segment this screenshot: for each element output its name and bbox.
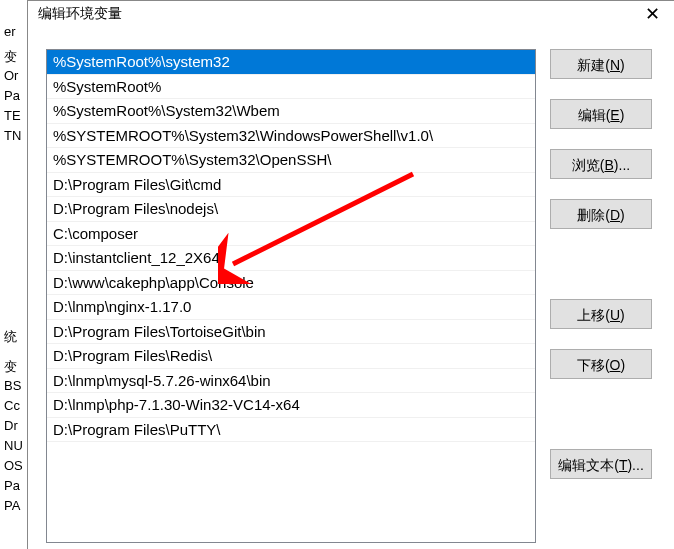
edit-button[interactable]: 编辑(E): [550, 99, 652, 129]
list-item[interactable]: D:\lnmp\mysql-5.7.26-winx64\bin: [47, 369, 535, 394]
list-item[interactable]: D:\lnmp\php-7.1.30-Win32-VC14-x64: [47, 393, 535, 418]
list-item[interactable]: C:\composer: [47, 222, 535, 247]
delete-button[interactable]: 删除(D): [550, 199, 652, 229]
list-item[interactable]: D:\lnmp\nginx-1.17.0: [47, 295, 535, 320]
close-icon[interactable]: ✕: [639, 5, 666, 23]
list-item[interactable]: D:\Program Files\Git\cmd: [47, 173, 535, 198]
list-item[interactable]: %SystemRoot%: [47, 75, 535, 100]
dialog-title: 编辑环境变量: [38, 5, 122, 23]
button-column: 新建(N) 编辑(E) 浏览(B)... 删除(D) 上移(U) 下移(O) 编…: [550, 49, 652, 543]
list-item[interactable]: D:\instantclient_12_2X64: [47, 246, 535, 271]
bg-label: BS: [4, 378, 21, 393]
bg-label: TN: [4, 128, 21, 143]
list-item[interactable]: D:\www\cakephp\app\Console: [47, 271, 535, 296]
bg-label: TE: [4, 108, 21, 123]
new-button[interactable]: 新建(N): [550, 49, 652, 79]
background-window-edge: er变OrPaTETN统变BSCcDrNUOSPaPA: [0, 0, 28, 549]
path-listbox[interactable]: %SystemRoot%\system32%SystemRoot%%System…: [46, 49, 536, 543]
move-down-button[interactable]: 下移(O): [550, 349, 652, 379]
titlebar: 编辑环境变量 ✕: [28, 1, 674, 29]
bg-label: Pa: [4, 478, 20, 493]
move-up-button[interactable]: 上移(U): [550, 299, 652, 329]
list-item[interactable]: D:\Program Files\nodejs\: [47, 197, 535, 222]
list-item[interactable]: D:\Program Files\TortoiseGit\bin: [47, 320, 535, 345]
bg-label: Or: [4, 68, 18, 83]
bg-label: Pa: [4, 88, 20, 103]
list-item[interactable]: D:\Program Files\PuTTY\: [47, 418, 535, 443]
bg-label: 变: [4, 48, 17, 66]
bg-label: Dr: [4, 418, 18, 433]
bg-label: OS: [4, 458, 23, 473]
browse-button[interactable]: 浏览(B)...: [550, 149, 652, 179]
bg-label: Cc: [4, 398, 20, 413]
list-item[interactable]: %SystemRoot%\System32\Wbem: [47, 99, 535, 124]
dialog-content: %SystemRoot%\system32%SystemRoot%%System…: [46, 49, 664, 543]
list-item[interactable]: %SYSTEMROOT%\System32\OpenSSH\: [47, 148, 535, 173]
list-item[interactable]: %SYSTEMROOT%\System32\WindowsPowerShell\…: [47, 124, 535, 149]
bg-label: 统: [4, 328, 17, 346]
bg-label: NU: [4, 438, 23, 453]
list-item[interactable]: %SystemRoot%\system32: [47, 50, 535, 75]
list-item[interactable]: D:\Program Files\Redis\: [47, 344, 535, 369]
bg-label: PA: [4, 498, 20, 513]
edit-text-button[interactable]: 编辑文本(T)...: [550, 449, 652, 479]
bg-label: er: [4, 24, 16, 39]
edit-env-var-dialog: 编辑环境变量 ✕ %SystemRoot%\system32%SystemRoo…: [28, 0, 674, 549]
bg-label: 变: [4, 358, 17, 376]
